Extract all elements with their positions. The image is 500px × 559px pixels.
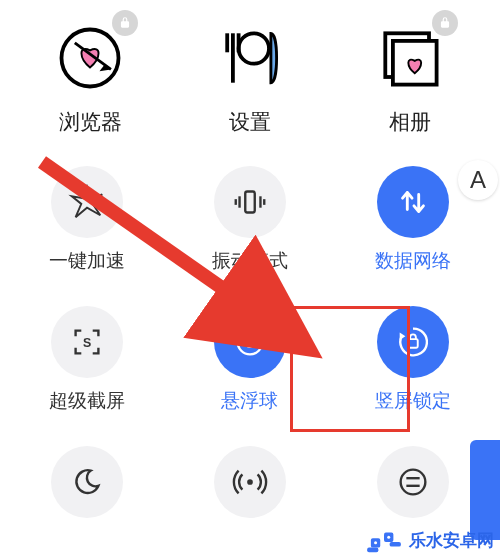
font-size-letter: A [470, 166, 486, 194]
toggle-night-mode[interactable] [10, 446, 163, 559]
app-shortcut-row: 浏览器 设置 相册 [0, 0, 500, 146]
svg-point-6 [239, 33, 269, 63]
lock-icon [432, 10, 458, 36]
toggle-float-ball[interactable]: 悬浮球 [173, 306, 326, 446]
watermark: 乐水安卓网 [365, 525, 494, 555]
svg-marker-17 [400, 333, 406, 341]
svg-point-19 [247, 479, 253, 485]
cutlery-icon [212, 20, 288, 96]
app-browser[interactable]: 浏览器 [30, 20, 150, 136]
svg-rect-28 [367, 548, 378, 553]
data-network-icon [377, 166, 449, 238]
app-settings-label: 设置 [229, 108, 271, 136]
toggle-boost[interactable]: 一键加速 [10, 166, 163, 306]
float-ball-icon [214, 306, 286, 378]
svg-rect-9 [245, 192, 255, 213]
font-size-bubble[interactable]: A [458, 160, 498, 200]
svg-point-26 [374, 541, 377, 544]
svg-point-15 [238, 330, 263, 355]
app-settings-icon-wrap [212, 20, 288, 96]
orientation-lock-icon [377, 306, 449, 378]
screenshot-icon: S [51, 306, 123, 378]
toggle-super-screenshot[interactable]: S 超级截屏 [10, 306, 163, 446]
right-edge-column: A [456, 160, 500, 540]
toggle-vibrate-label: 振动模式 [212, 248, 288, 274]
lock-icon [112, 10, 138, 36]
app-browser-icon-wrap [52, 20, 128, 96]
more-icon [377, 446, 449, 518]
app-settings[interactable]: 设置 [190, 20, 310, 136]
vibrate-icon [214, 166, 286, 238]
watermark-logo-icon [365, 525, 403, 555]
moon-icon [51, 446, 123, 518]
toggle-floatball-label: 悬浮球 [221, 388, 278, 414]
svg-point-16 [245, 337, 255, 347]
app-gallery[interactable]: 相册 [350, 20, 470, 136]
svg-point-27 [387, 536, 390, 539]
boost-icon [51, 166, 123, 238]
toggle-vibrate[interactable]: 振动模式 [173, 166, 326, 306]
toggle-boost-label: 一键加速 [49, 248, 125, 274]
toggle-data-label: 数据网络 [375, 248, 451, 274]
svg-rect-18 [409, 339, 419, 348]
toggle-sshot-label: 超级截屏 [49, 388, 125, 414]
toggle-orient-label: 竖屏锁定 [375, 388, 451, 414]
svg-text:S: S [83, 336, 91, 350]
watermark-text: 乐水安卓网 [409, 529, 494, 552]
quick-settings-grid: 一键加速 振动模式 数据网络 S [0, 146, 500, 559]
app-browser-label: 浏览器 [59, 108, 122, 136]
hotspot-icon [214, 446, 286, 518]
svg-rect-29 [390, 542, 401, 547]
app-gallery-label: 相册 [389, 108, 431, 136]
toggle-hotspot[interactable] [173, 446, 326, 559]
app-gallery-icon-wrap [372, 20, 448, 96]
svg-point-20 [401, 470, 426, 495]
